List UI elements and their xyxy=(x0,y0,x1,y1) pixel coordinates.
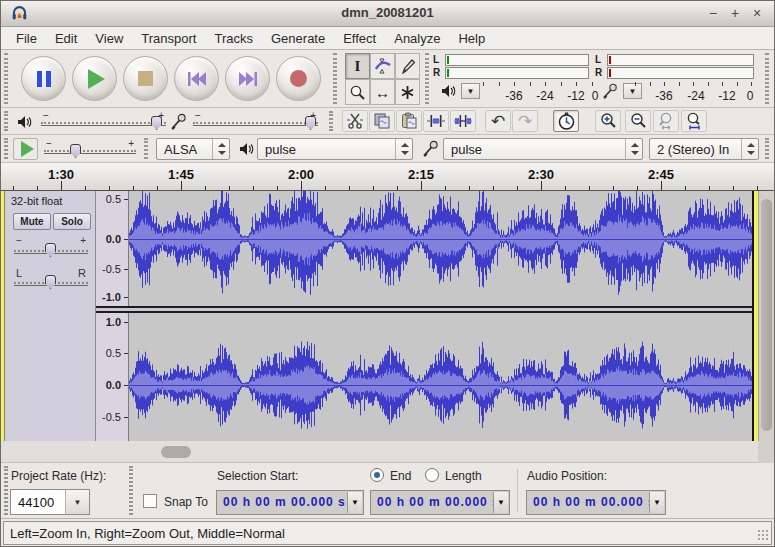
track-control-panel[interactable]: 32-bit float Mute Solo − + L R xyxy=(6,191,96,441)
vertical-ruler-channel-2[interactable]: 1.0 0.5 0.0 -0.5 xyxy=(96,313,129,441)
toolbar-grip[interactable] xyxy=(4,111,8,131)
waveform-channel-1[interactable] xyxy=(129,191,752,306)
undo-button[interactable]: ↶ xyxy=(485,110,511,132)
zoom-out-button[interactable] xyxy=(625,110,651,132)
menu-view[interactable]: View xyxy=(86,29,132,48)
timeshift-tool-button[interactable]: ↔ xyxy=(370,79,395,105)
skip-to-start-button[interactable] xyxy=(174,56,219,101)
output-volume-slider[interactable]: − + xyxy=(41,110,166,132)
playback-meter-dropdown[interactable]: ▼ xyxy=(461,83,480,99)
toolbar-grip[interactable] xyxy=(144,138,148,159)
vruler-label: 0.0 xyxy=(106,233,121,245)
pan-thumb[interactable] xyxy=(45,275,56,289)
paste-button[interactable] xyxy=(396,110,422,132)
play-at-speed-button[interactable] xyxy=(13,138,38,160)
menu-file[interactable]: File xyxy=(7,29,46,48)
draw-tool-button[interactable] xyxy=(395,53,420,79)
recording-channels-select[interactable]: 2 (Stereo) In xyxy=(649,138,759,160)
play-button[interactable] xyxy=(72,56,117,101)
toolbar-grip[interactable] xyxy=(4,53,8,104)
recording-device-select[interactable]: pulse xyxy=(443,138,643,160)
audio-host-select[interactable]: ALSA xyxy=(156,138,230,160)
playback-meter[interactable]: L R ▼ -36 -24 -12 0 xyxy=(433,53,601,105)
toolbar-grip[interactable] xyxy=(4,138,8,159)
solo-button[interactable]: Solo xyxy=(53,213,91,230)
timeline-label: 2:45 xyxy=(648,167,674,182)
time-format-dropdown[interactable]: ▼ xyxy=(649,492,664,513)
resize-grip[interactable] xyxy=(757,529,769,541)
selection-tool-button[interactable]: I xyxy=(345,53,370,79)
spin-arrows-icon[interactable] xyxy=(395,139,412,159)
vertical-scrollbar-thumb[interactable] xyxy=(761,199,772,431)
playback-device-select[interactable]: pulse xyxy=(257,138,413,160)
spin-arrows-icon[interactable] xyxy=(625,139,642,159)
toolbar-grip[interactable] xyxy=(4,466,8,515)
stop-button[interactable] xyxy=(123,56,168,101)
trim-audio-button[interactable] xyxy=(423,110,449,132)
time-format-dropdown[interactable]: ▼ xyxy=(493,492,508,513)
input-volume-thumb[interactable] xyxy=(305,116,316,130)
spin-arrows-icon[interactable] xyxy=(212,139,229,159)
input-volume-slider[interactable]: − + xyxy=(193,110,318,132)
zoom-tool-button[interactable] xyxy=(345,79,370,105)
gain-thumb[interactable] xyxy=(45,243,56,257)
timer-button[interactable] xyxy=(553,110,579,132)
gain-slider[interactable]: − + xyxy=(14,235,88,263)
pan-slider[interactable]: L R xyxy=(14,267,88,295)
cut-button[interactable] xyxy=(342,110,368,132)
end-radio[interactable] xyxy=(370,468,384,482)
length-radio[interactable] xyxy=(425,468,439,482)
timeline-ruler[interactable]: 1:30 1:45 2:00 2:15 2:30 2:45 xyxy=(1,163,774,191)
menu-generate[interactable]: Generate xyxy=(262,29,334,48)
toolbar-grip[interactable] xyxy=(333,53,337,104)
timeline-tick xyxy=(13,186,14,190)
menu-transport[interactable]: Transport xyxy=(132,29,205,48)
audio-position-field[interactable]: 00 h 00 m 00.000 s ▼ xyxy=(526,490,666,515)
redo-button[interactable]: ↷ xyxy=(512,110,538,132)
silence-audio-button[interactable] xyxy=(450,110,476,132)
fit-project-button[interactable] xyxy=(681,110,707,132)
menu-edit[interactable]: Edit xyxy=(46,29,86,48)
menu-effect[interactable]: Effect xyxy=(334,29,385,48)
snap-to-checkbox[interactable] xyxy=(143,494,157,508)
recording-meter[interactable]: L R ▼ -36 -24 -12 0 xyxy=(595,53,763,105)
minimize-button[interactable]: − xyxy=(704,4,722,22)
pause-button[interactable] xyxy=(21,56,66,101)
copy-button[interactable] xyxy=(369,110,395,132)
recording-meter-dropdown[interactable]: ▼ xyxy=(623,83,642,99)
toolbar-grip[interactable] xyxy=(425,53,429,104)
project-rate-select[interactable]: 44100 ▼ xyxy=(10,489,90,515)
horizontal-scrollbar-thumb[interactable] xyxy=(161,446,191,458)
playback-speed-thumb[interactable] xyxy=(70,144,81,158)
selection-end-field[interactable]: 00 h 00 m 00.000 s ▼ xyxy=(370,490,510,515)
horizontal-scrollbar[interactable] xyxy=(1,441,758,463)
selection-start-field[interactable]: 00 h 00 m 00.000 s ▼ xyxy=(216,490,364,515)
multi-tool-icon xyxy=(400,85,415,100)
toolbar-grip[interactable] xyxy=(329,111,333,131)
zoom-in-button[interactable] xyxy=(595,110,621,132)
time-format-dropdown[interactable]: ▼ xyxy=(347,492,362,513)
toolbar-grip[interactable] xyxy=(765,53,769,104)
skip-to-end-button[interactable] xyxy=(225,56,270,101)
menu-tracks[interactable]: Tracks xyxy=(205,29,262,48)
maximize-button[interactable]: + xyxy=(726,4,744,22)
output-volume-thumb[interactable] xyxy=(151,116,162,130)
toolbar-grip[interactable] xyxy=(129,466,133,515)
playback-speed-slider[interactable]: − + xyxy=(44,138,136,160)
multi-tool-button[interactable] xyxy=(395,79,420,105)
close-button[interactable]: × xyxy=(748,4,766,22)
spin-arrows-icon[interactable] xyxy=(741,139,758,159)
vertical-ruler-channel-1[interactable]: 0.5 0.0 -0.5 -1.0 xyxy=(96,191,129,306)
toolbar-grip[interactable] xyxy=(765,138,769,159)
waveform-channel-2[interactable] xyxy=(129,313,752,441)
mute-button[interactable]: Mute xyxy=(13,213,51,230)
dropdown-arrow-icon[interactable]: ▼ xyxy=(65,490,89,514)
menu-analyze[interactable]: Analyze xyxy=(385,29,449,48)
titlebar[interactable]: dmn_20081201 − + × xyxy=(1,1,774,27)
envelope-tool-button[interactable] xyxy=(370,53,395,79)
meter-tick xyxy=(693,82,694,86)
menu-help[interactable]: Help xyxy=(449,29,494,48)
vertical-scrollbar[interactable] xyxy=(758,191,774,441)
record-button[interactable] xyxy=(276,56,321,101)
fit-selection-button[interactable] xyxy=(653,110,679,132)
